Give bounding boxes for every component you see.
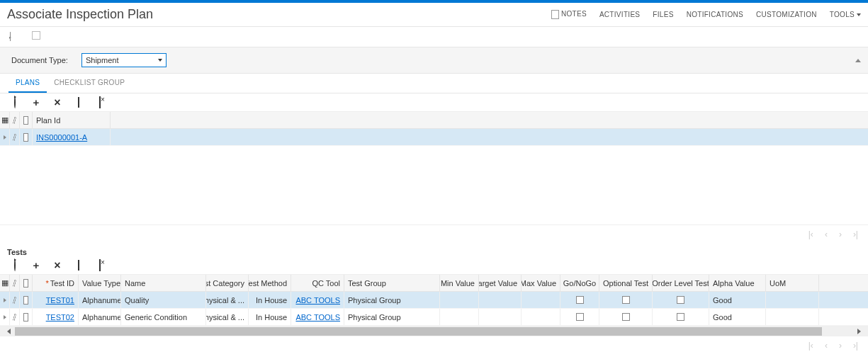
fit-columns-button[interactable]	[74, 260, 84, 271]
cell-optional-test[interactable]	[599, 292, 653, 308]
doc-type-select[interactable]: Shipment	[81, 53, 167, 67]
cell-order-level-test[interactable]	[653, 309, 709, 325]
nav-notes[interactable]: NOTES	[551, 10, 587, 19]
nav-activities[interactable]: ACTIVITIES	[599, 11, 640, 18]
cell-test-method: In House	[249, 309, 291, 325]
note-icon	[23, 133, 28, 142]
row-note[interactable]	[20, 309, 33, 325]
col-test-method[interactable]: Test Method	[249, 275, 291, 291]
col-go-nogo[interactable]: Go/NoGo	[560, 275, 599, 291]
page-prev-button[interactable]: ‹	[825, 341, 828, 351]
refresh-button[interactable]	[10, 260, 20, 271]
col-test-category[interactable]: Test Category	[206, 275, 249, 291]
delete-row-button[interactable]	[52, 96, 62, 109]
page-title: Associate Inspection Plan	[7, 7, 153, 22]
row-expand-toggle[interactable]	[0, 129, 10, 145]
table-row[interactable]: INS0000001-A	[0, 129, 868, 146]
scroll-left-icon	[7, 329, 11, 334]
col-alpha-value[interactable]: Alpha Value	[709, 275, 766, 291]
checkbox-icon	[576, 313, 584, 321]
nav-customization[interactable]: CUSTOMIZATION	[756, 11, 817, 18]
cell-uom	[766, 292, 819, 308]
quick-actions-bar	[0, 27, 868, 47]
page-next-button[interactable]: ›	[839, 341, 842, 351]
col-note	[20, 275, 33, 291]
row-note[interactable]	[20, 129, 33, 145]
save-button[interactable]	[32, 31, 42, 41]
row-note[interactable]	[20, 292, 33, 308]
col-value-type[interactable]: Value Type	[79, 275, 121, 291]
undo-button[interactable]	[10, 33, 20, 42]
col-expand: ▦	[0, 275, 10, 291]
nav-files[interactable]: FILES	[653, 11, 673, 18]
col-target-value[interactable]: Target Value	[479, 275, 522, 291]
cell-go-nogo[interactable]	[560, 309, 599, 325]
cell-name: Generic Condition	[121, 309, 206, 325]
fit-columns-button[interactable]	[74, 97, 84, 108]
cell-value-type: Alphanumeric	[79, 292, 121, 308]
col-order-level-test[interactable]: Order Level Test	[653, 275, 709, 291]
col-qc-tool[interactable]: QC Tool	[291, 275, 344, 291]
checkbox-icon	[677, 313, 684, 321]
cell-min-value	[440, 309, 479, 325]
checkbox-icon	[576, 296, 584, 304]
table-row[interactable]: TEST02 Alphanumeric Generic Condition Ph…	[0, 309, 868, 326]
nav-tools[interactable]: TOOLS	[830, 11, 861, 18]
page-last-button[interactable]: ›|	[853, 229, 858, 239]
cell-optional-test[interactable]	[599, 309, 653, 325]
plans-grid-header: ▦ Plan Id	[0, 112, 868, 129]
tab-checklist-group[interactable]: CHECKLIST GROUP	[47, 74, 132, 93]
cell-alpha-value: Good	[709, 309, 766, 325]
cell-test-group: Physical Group	[344, 309, 440, 325]
header-nav: NOTES ACTIVITIES FILES NOTIFICATIONS CUS…	[551, 10, 861, 19]
cell-qc-tool[interactable]: ABC TOOLS	[291, 309, 344, 325]
page-first-button[interactable]: |‹	[808, 341, 813, 351]
cell-plan-id[interactable]: INS0000001-A	[33, 129, 111, 145]
page-header: Associate Inspection Plan NOTES ACTIVITI…	[0, 3, 868, 27]
table-row[interactable]: TEST01 Alphanumeric Quality Physical & .…	[0, 292, 868, 309]
cell-test-group: Physical Group	[344, 292, 440, 308]
cell-go-nogo[interactable]	[560, 292, 599, 308]
export-button[interactable]	[95, 260, 105, 271]
refresh-button[interactable]	[10, 97, 20, 108]
add-row-button[interactable]	[31, 259, 41, 271]
collapse-filter-button[interactable]	[855, 50, 862, 57]
col-plan-id[interactable]: Plan Id	[33, 112, 111, 128]
chevron-down-icon	[857, 13, 861, 16]
add-row-button[interactable]	[31, 96, 41, 108]
cell-test-id[interactable]: TEST01	[33, 292, 79, 308]
page-first-button[interactable]: |‹	[808, 229, 813, 239]
col-name[interactable]: Name	[121, 275, 206, 291]
row-attach[interactable]	[10, 309, 20, 325]
row-attach[interactable]	[10, 129, 20, 145]
col-min-value[interactable]: Min Value	[440, 275, 479, 291]
col-uom[interactable]: UoM	[766, 275, 819, 291]
scroll-thumb[interactable]	[15, 327, 822, 336]
nav-notifications[interactable]: NOTIFICATIONS	[687, 11, 743, 18]
row-attach[interactable]	[10, 292, 20, 308]
export-button[interactable]	[95, 97, 105, 108]
cell-max-value	[522, 292, 560, 308]
cell-uom	[766, 309, 819, 325]
checkbox-icon	[622, 313, 630, 321]
tab-plans[interactable]: PLANS	[9, 74, 47, 93]
cell-max-value	[522, 309, 560, 325]
cell-target-value	[479, 309, 522, 325]
delete-row-button[interactable]	[52, 259, 62, 272]
cell-test-id[interactable]: TEST02	[33, 309, 79, 325]
col-test-group[interactable]: Test Group	[344, 275, 440, 291]
page-last-button[interactable]: ›|	[853, 341, 858, 351]
row-expand-toggle[interactable]	[0, 292, 10, 308]
col-max-value[interactable]: Max Value	[522, 275, 560, 291]
cell-qc-tool[interactable]: ABC TOOLS	[291, 292, 344, 308]
page-prev-button[interactable]: ‹	[825, 229, 828, 239]
row-expand-toggle[interactable]	[0, 309, 10, 325]
cell-order-level-test[interactable]	[653, 292, 709, 308]
notes-icon	[551, 10, 559, 19]
col-optional-test[interactable]: Optional Test	[599, 275, 653, 291]
col-expand: ▦	[0, 112, 10, 128]
page-next-button[interactable]: ›	[839, 229, 842, 239]
horizontal-scrollbar[interactable]	[0, 326, 868, 336]
col-test-id[interactable]: *Test ID	[33, 275, 79, 291]
col-attach	[10, 112, 20, 128]
